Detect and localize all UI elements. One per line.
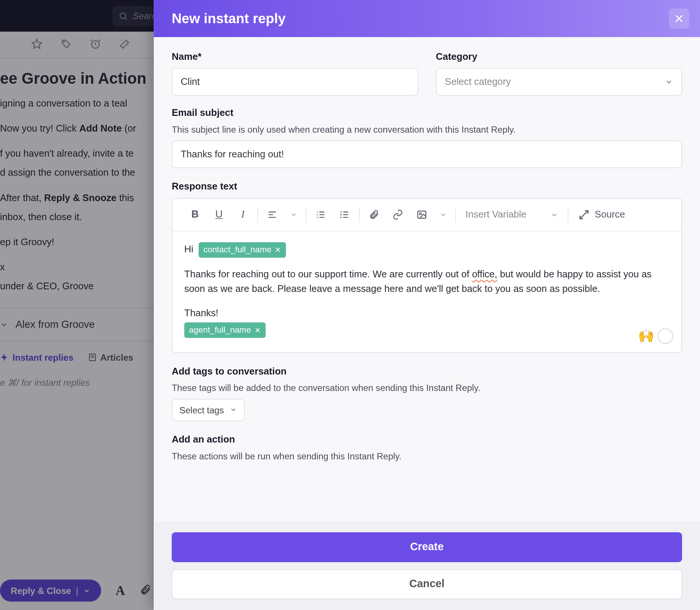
modal-body: Name* Category Select category Email sub… <box>154 37 700 521</box>
ordered-list-button[interactable]: 123 <box>315 209 327 221</box>
close-button[interactable] <box>669 8 689 28</box>
response-editor: B U I 123 <box>172 198 682 353</box>
image-button[interactable] <box>416 209 428 221</box>
align-button[interactable] <box>266 209 278 221</box>
editor-textarea[interactable]: Hi contact_full_name✕ Thanks for reachin… <box>172 231 682 352</box>
italic-button[interactable]: I <box>237 209 249 221</box>
category-select[interactable]: Select category <box>436 68 682 96</box>
remove-variable-icon[interactable]: ✕ <box>275 244 281 256</box>
align-chevron[interactable] <box>290 209 297 221</box>
instant-reply-modal: New instant reply Name* Category Select … <box>154 0 700 610</box>
subject-desc: This subject line is only used when crea… <box>172 124 682 135</box>
editor-toolbar: B U I 123 <box>172 198 682 231</box>
close-icon <box>674 13 685 24</box>
svg-point-26 <box>420 213 421 215</box>
cancel-button[interactable]: Cancel <box>172 569 682 599</box>
response-label: Response text <box>172 181 682 192</box>
modal-footer: Create Cancel <box>154 521 700 610</box>
raised-hands-emoji[interactable]: 🙌 <box>638 326 654 346</box>
tags-desc: These tags will be added to the conversa… <box>172 383 682 393</box>
svg-point-24 <box>340 217 342 218</box>
emoji-add-button[interactable] <box>657 328 673 344</box>
create-button[interactable]: Create <box>172 532 682 562</box>
action-desc: These actions will be run when sending t… <box>172 451 682 461</box>
category-label: Category <box>436 52 682 62</box>
svg-point-22 <box>340 211 342 213</box>
modal-title: New instant reply <box>172 10 286 27</box>
attachment-button[interactable] <box>368 209 380 221</box>
svg-text:3: 3 <box>317 216 318 219</box>
action-label: Add an action <box>172 434 682 445</box>
underline-button[interactable]: U <box>213 209 225 221</box>
svg-point-23 <box>340 214 342 216</box>
name-label: Name* <box>172 52 418 62</box>
chevron-down-icon <box>230 406 237 413</box>
remove-variable-icon[interactable]: ✕ <box>255 324 261 336</box>
modal-header: New instant reply <box>154 0 700 37</box>
source-button[interactable]: Source <box>568 209 625 221</box>
tags-select[interactable]: Select tags <box>172 399 245 421</box>
subject-label: Email subject <box>172 108 682 118</box>
image-chevron[interactable] <box>440 209 447 221</box>
bold-button[interactable]: B <box>189 209 201 221</box>
spellcheck-word: office, <box>472 269 497 279</box>
source-icon <box>578 209 590 221</box>
subject-input[interactable] <box>172 141 682 168</box>
chevron-down-icon <box>550 211 558 219</box>
emoji-reaction: 🙌 <box>638 326 673 346</box>
link-button[interactable] <box>392 209 404 221</box>
tags-label: Add tags to conversation <box>172 366 682 377</box>
bullet-list-button[interactable] <box>339 209 351 221</box>
variable-chip-agent[interactable]: agent_full_name✕ <box>184 323 265 338</box>
name-input[interactable] <box>172 68 418 96</box>
chevron-down-icon <box>665 78 673 86</box>
insert-variable-dropdown[interactable]: Insert Variable <box>456 209 568 220</box>
variable-chip-contact[interactable]: contact_full_name✕ <box>199 242 286 258</box>
category-placeholder: Select category <box>445 77 511 87</box>
